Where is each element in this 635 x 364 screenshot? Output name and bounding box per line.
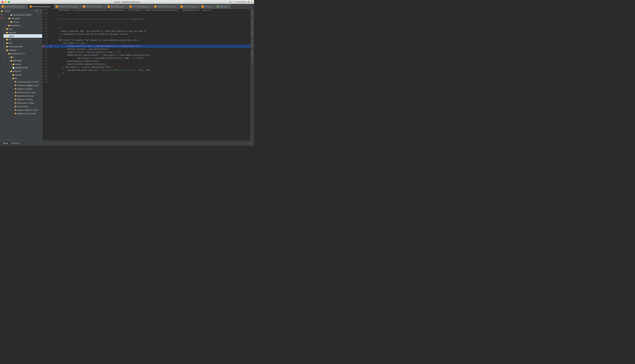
tree-item-res[interactable]: ▸📁res bbox=[4, 38, 42, 41]
structure-icon-btn[interactable]: 🏗 bbox=[0, 13, 3, 16]
debug-close-icon[interactable]: × bbox=[252, 142, 253, 144]
code-editor[interactable]: 159 "kw">class="kw">protected List<DirCo… bbox=[42, 9, 250, 140]
project-icon-btn[interactable]: 📁 bbox=[0, 10, 3, 13]
folder-icon: 📁 bbox=[10, 56, 12, 58]
tree-item-UnavailableException[interactable]: ▸☕UnavailableException bbox=[4, 13, 42, 16]
tree-item-META-INF[interactable]: ▾📁META-INF bbox=[4, 59, 42, 62]
tree-item-modules[interactable]: ▸📁modules bbox=[4, 31, 42, 34]
bootstrap-tab[interactable]: Bootstrap bbox=[10, 142, 21, 144]
tree-item-junit-4-12-jar[interactable]: 📦junit-4.12.jar bbox=[4, 105, 42, 108]
tree-item-label: lib bbox=[15, 77, 17, 79]
debug-icon[interactable]: 🐛 bbox=[250, 1, 252, 3]
tab-WARDirContext-java[interactable]: WARDirContext.java× bbox=[152, 4, 179, 9]
debug-settings-icon[interactable]: ⚙ bbox=[250, 142, 251, 144]
tree-item-classes[interactable]: ▸📁classes bbox=[4, 73, 42, 76]
json-parser-btn[interactable]: Json Parser bbox=[251, 39, 254, 49]
tree-item-tomcat-build-libs[interactable]: ▸📁tomcat-build-libs bbox=[4, 45, 42, 48]
tree-item-xml-ws[interactable]: ▸📁xml.ws bbox=[4, 20, 42, 24]
line-content bbox=[52, 12, 250, 15]
bookmarks-panel-btn[interactable]: Bookmarks bbox=[251, 18, 254, 27]
tree-item-httpcore-4-4-13-jar[interactable]: 📦httpcore-4.4.13.jar bbox=[4, 98, 42, 101]
line-number: 170 bbox=[42, 42, 49, 45]
bookmarks-icon-btn[interactable]: 🔖 bbox=[0, 16, 3, 20]
structure-panel-btn[interactable]: Structure bbox=[251, 10, 254, 18]
line-gutter bbox=[49, 81, 52, 84]
tab-bar: StandardWrapper.java×BaseDirContext.java… bbox=[0, 4, 254, 9]
code-line-176: 176 warDirContext.loadEntries(); bbox=[42, 60, 250, 63]
tree-item-WEB-INF[interactable]: ▾📁WEB-INF bbox=[4, 70, 42, 73]
tab-label: Resource.java bbox=[184, 6, 196, 8]
tree-item-webapps[interactable]: ▾📁webapps bbox=[4, 48, 42, 52]
tree-item-lib[interactable]: ▾📁lib bbox=[4, 76, 42, 80]
tree-item-label: logs bbox=[9, 28, 12, 30]
line-number: 176 bbox=[42, 60, 49, 63]
line-content bbox=[52, 78, 250, 81]
tab-close-icon[interactable]: × bbox=[176, 6, 177, 8]
tab-Resource-java[interactable]: Resource.java× bbox=[179, 4, 200, 9]
tab-close-icon[interactable]: × bbox=[212, 6, 213, 8]
database-btn[interactable]: Database bbox=[251, 49, 254, 58]
tab-close-icon[interactable]: × bbox=[228, 6, 228, 8]
minimize-button[interactable] bbox=[4, 1, 7, 3]
window-title: tomcat – BaseDirContext.java bbox=[114, 1, 140, 3]
tree-arrow-icon: ▸ bbox=[4, 32, 6, 33]
tree-item-output[interactable]: ▸📁output bbox=[4, 34, 42, 38]
tab-close-icon[interactable]: × bbox=[78, 6, 79, 8]
tree-item-fastjson-1-2-60-jar[interactable]: 📦fastjson-1.2.60.jar bbox=[4, 87, 42, 91]
tree-item-maven[interactable]: ▸📁maven bbox=[4, 62, 42, 66]
gradle-btn[interactable]: Gradle bbox=[251, 58, 254, 64]
tab-label: Jar.java bbox=[204, 6, 211, 8]
tree-item-logback-classic-1-2-3-jar[interactable]: 📦logback-classic-1.2.3.jar bbox=[4, 108, 42, 112]
close-panel-icon[interactable]: × bbox=[40, 10, 41, 12]
tree-item-websocket[interactable]: ▸📁websocket bbox=[4, 16, 42, 20]
jar-icon: 📦 bbox=[14, 113, 16, 115]
tab-close-icon[interactable]: × bbox=[150, 6, 151, 8]
tree-item-MANIFEST-MF[interactable]: ▸📄MANIFEST.MF bbox=[4, 66, 42, 70]
tree-item-test[interactable]: ▸📁test bbox=[4, 41, 42, 45]
tree-item-hamcrest-core-1-3-jar[interactable]: 📦hamcrest-core-1.3.jar bbox=[4, 91, 42, 94]
debug-tab[interactable]: Debug bbox=[1, 142, 10, 144]
tree-item-logs[interactable]: ▸📁logs bbox=[4, 27, 42, 31]
run-icon[interactable]: ▶ bbox=[248, 1, 250, 3]
tab-close-icon[interactable]: × bbox=[125, 6, 126, 8]
debug-tabs: Debug Bootstrap ⚙ × bbox=[0, 141, 254, 145]
line-gutter bbox=[49, 36, 52, 39]
tab-ContextConfig-java[interactable]: ContextConfig.java× bbox=[128, 4, 152, 9]
tab-close-icon[interactable]: × bbox=[25, 6, 26, 8]
tree-item-logback-core-1-2-3-jar[interactable]: 📦logback-core-1.2.3.jar bbox=[4, 112, 42, 115]
bootstrap-config[interactable]: Bootstrap ▾ bbox=[238, 1, 247, 3]
red-arrow-icon: <───────────────── bbox=[108, 63, 130, 65]
fullscreen-button[interactable] bbox=[8, 1, 10, 3]
tree-item-label: res bbox=[9, 38, 11, 40]
tree-item-httpclient-4-5-13-jar[interactable]: 📦httpclient-4.5.13.jar bbox=[4, 94, 42, 98]
tab-close-icon[interactable]: × bbox=[103, 6, 104, 8]
line-content bbox=[52, 21, 250, 24]
settings-icon[interactable]: ⚙ bbox=[36, 10, 38, 12]
tab-BaseDirContext-java[interactable]: BaseDirContext.java× bbox=[28, 4, 54, 9]
tree-item-commons-logging-1-2-jar[interactable]: 📦commons-logging-1.2.jar bbox=[4, 84, 42, 87]
jar-icon: 📦 bbox=[14, 109, 16, 111]
pull-requests-btn[interactable]: Pull Requests bbox=[251, 28, 254, 39]
debug-panel: Debug Bootstrap ⚙ × ▶ ⏸ ■ ↷ ↓ ↑ ≡ ☰ Vari… bbox=[0, 140, 254, 146]
tab-StandardContext-java[interactable]: StandardContext.java× bbox=[54, 4, 81, 9]
close-button[interactable] bbox=[2, 1, 4, 3]
tree-item-hutool-all-5-7-20-jar[interactable]: 📦hutool-all-5.7.20.jar bbox=[4, 101, 42, 105]
line-content: "kw">class="kw">protected List<DirContex… bbox=[52, 9, 250, 12]
tab-Jar-java[interactable]: Jar.java× bbox=[200, 4, 215, 9]
tab-web-xml[interactable]: web.xml× bbox=[215, 4, 231, 9]
tree-item-servelet-test-1-0[interactable]: ▾📁servelet-test-1.0 bbox=[4, 52, 42, 56]
code-line-165: 165 /** bbox=[42, 27, 250, 30]
tab-StandardWrapper-java[interactable]: StandardWrapper.java× bbox=[0, 4, 28, 9]
tab-close-icon[interactable]: × bbox=[51, 6, 52, 8]
collapse-icon[interactable]: − bbox=[38, 10, 39, 12]
tab-close-icon[interactable]: × bbox=[197, 6, 198, 8]
tree-item-label: xml.ws bbox=[13, 21, 19, 23]
line-gutter bbox=[49, 33, 52, 36]
tab-FileDirContext-java[interactable]: FileDirContext.java× bbox=[81, 4, 106, 9]
tree-item-js[interactable]: ▸📁js bbox=[4, 56, 42, 59]
tree-item-org-apache[interactable]: ▸📁org.apache bbox=[4, 24, 42, 27]
breakpoint-dot bbox=[43, 45, 44, 47]
tree-item-commons-codec-1-11-jar[interactable]: 📦commons-codec-1.11.jar bbox=[4, 80, 42, 84]
tree-item-label: test bbox=[9, 42, 12, 44]
tab-ServletDef-java[interactable]: ServletDef.java× bbox=[106, 4, 128, 9]
